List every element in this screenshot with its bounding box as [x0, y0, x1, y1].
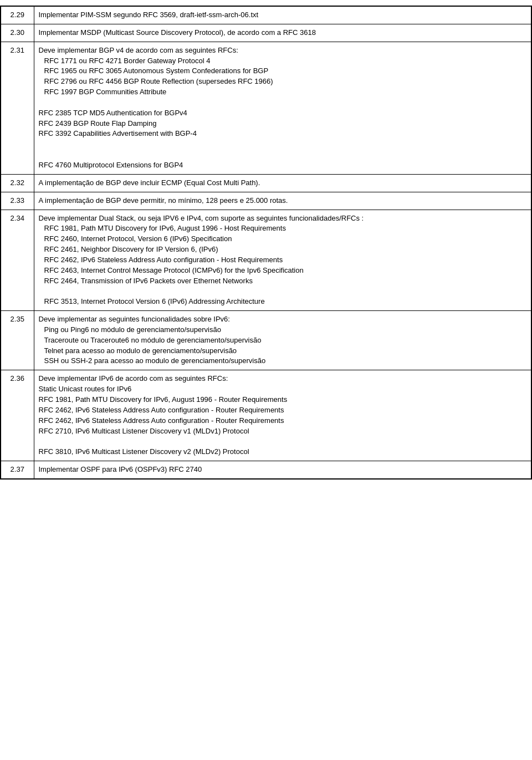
row-content: Implementar OSPF para IPv6 (OSPFv3) RFC … [34, 461, 531, 479]
row-content: Implementar MSDP (Multicast Source Disco… [34, 24, 531, 42]
row-content: A implementação de BGP deve permitir, no… [34, 192, 531, 210]
row-number: 2.32 [1, 174, 34, 192]
row-number: 2.33 [1, 192, 34, 210]
row-number: 2.30 [1, 24, 34, 42]
requirements-table: 2.29Implementar PIM-SSM segundo RFC 3569… [0, 6, 532, 480]
row-content: A implementação de BGP deve incluir ECMP… [34, 174, 531, 192]
row-number: 2.34 [1, 210, 34, 311]
row-number: 2.31 [1, 42, 34, 174]
row-number: 2.37 [1, 461, 34, 479]
page: 2.29Implementar PIM-SSM segundo RFC 3569… [0, 0, 532, 485]
row-content: Deve implementar IPv6 de acordo com as s… [34, 370, 531, 461]
row-content: Deve implementar Dual Stack, ou seja IPV… [34, 210, 531, 311]
row-content: Deve implementar as seguintes funcionali… [34, 311, 531, 370]
row-number: 2.35 [1, 311, 34, 370]
row-content: Deve implementar BGP v4 de acordo com as… [34, 42, 531, 174]
row-number: 2.29 [1, 6, 34, 24]
row-number: 2.36 [1, 370, 34, 461]
row-content: Implementar PIM-SSM segundo RFC 3569, dr… [34, 6, 531, 24]
